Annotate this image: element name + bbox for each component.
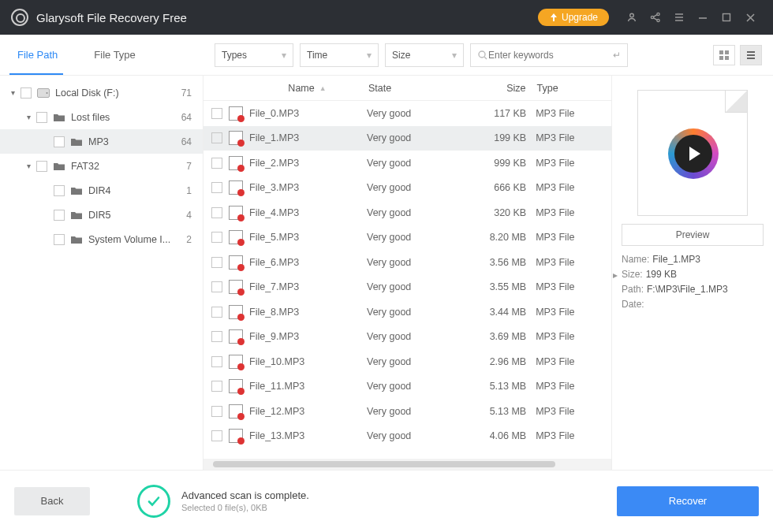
file-size: 4.06 MB [450, 430, 536, 441]
tab-file-type[interactable]: File Type [77, 35, 155, 75]
column-header-type[interactable]: Type [536, 83, 612, 94]
tree-checkbox[interactable] [36, 112, 47, 123]
file-checkbox[interactable] [211, 108, 222, 119]
file-row[interactable]: File_11.MP3Very good5.13 MBMP3 File [204, 374, 611, 400]
file-row[interactable]: File_10.MP3Very good2.96 MBMP3 File [204, 349, 611, 374]
file-row[interactable]: File_7.MP3Very good3.55 MBMP3 File [204, 275, 611, 300]
preview-size-label: Size: [622, 269, 643, 280]
preview-size-value: 199 KB [646, 269, 677, 280]
file-checkbox[interactable] [211, 182, 222, 193]
file-type: MP3 File [536, 331, 611, 342]
svg-point-11 [47, 92, 48, 94]
view-list-button[interactable] [740, 45, 762, 65]
file-checkbox[interactable] [211, 430, 222, 441]
close-icon[interactable] [738, 6, 762, 29]
file-type: MP3 File [536, 132, 611, 143]
file-checkbox[interactable] [211, 331, 222, 342]
horizontal-scrollbar[interactable] [204, 459, 611, 470]
file-checkbox[interactable] [211, 257, 222, 268]
column-header-name[interactable]: Name▲ [249, 83, 365, 94]
file-row[interactable]: File_0.MP3Very good117 KBMP3 File [204, 101, 611, 126]
tree-checkbox[interactable] [54, 136, 65, 147]
file-row[interactable]: File_12.MP3Very good5.13 MBMP3 File [204, 399, 611, 424]
file-checkbox[interactable] [211, 207, 222, 218]
file-checkbox[interactable] [211, 307, 222, 318]
file-name: File_8.MP3 [249, 307, 367, 318]
file-type: MP3 File [536, 232, 611, 243]
minimize-icon[interactable] [691, 6, 715, 29]
file-row[interactable]: File_1.MP3Very good199 KBMP3 File [204, 126, 611, 151]
file-row[interactable]: File_3.MP3Very good666 KBMP3 File [204, 176, 611, 201]
file-state: Very good [367, 132, 450, 143]
file-checkbox[interactable] [211, 381, 222, 392]
tree-item[interactable]: ▾Lost files64 [0, 105, 203, 129]
file-row[interactable]: File_9.MP3Very good3.69 MBMP3 File [204, 325, 611, 350]
tree-item[interactable]: MP364 [0, 129, 203, 154]
filter-time-dropdown[interactable]: Time▾ [300, 43, 379, 67]
tree-item[interactable]: DIR54 [0, 203, 203, 227]
preview-button[interactable]: Preview [622, 224, 764, 246]
file-type: MP3 File [536, 381, 611, 392]
account-icon[interactable] [620, 6, 644, 29]
file-name: File_6.MP3 [249, 257, 367, 268]
tree-item[interactable]: DIR41 [0, 178, 203, 203]
file-size: 5.13 MB [450, 406, 536, 417]
file-type: MP3 File [536, 257, 611, 268]
file-checkbox[interactable] [211, 281, 222, 292]
expand-icon[interactable]: ▾ [22, 113, 35, 121]
filter-types-dropdown[interactable]: Types▾ [215, 43, 293, 67]
tree-item[interactable]: System Volume I...2 [0, 227, 203, 251]
svg-rect-9 [725, 56, 729, 60]
column-header-size[interactable]: Size [451, 83, 536, 94]
file-name: File_7.MP3 [249, 281, 367, 292]
tree-checkbox[interactable] [21, 87, 32, 99]
filter-size-dropdown[interactable]: Size▾ [385, 43, 464, 67]
file-row[interactable]: File_4.MP3Very good320 KBMP3 File [204, 200, 611, 225]
status-title: Advanced scan is complete. [181, 489, 309, 501]
upgrade-button[interactable]: Upgrade [538, 9, 609, 26]
maximize-icon[interactable] [715, 6, 738, 29]
back-button[interactable]: Back [14, 487, 90, 515]
collapse-preview-icon[interactable]: ▸ [611, 266, 619, 284]
file-row[interactable]: File_2.MP3Very good999 KBMP3 File [204, 151, 611, 176]
file-state: Very good [367, 281, 450, 292]
svg-rect-7 [725, 50, 729, 54]
file-row[interactable]: File_13.MP3Very good4.06 MBMP3 File [204, 424, 611, 449]
file-checkbox[interactable] [211, 232, 222, 243]
file-type: MP3 File [536, 182, 611, 193]
enter-icon[interactable]: ↵ [613, 50, 621, 61]
file-checkbox[interactable] [211, 406, 222, 417]
file-row[interactable]: File_5.MP3Very good8.20 MBMP3 File [204, 225, 611, 251]
recover-button[interactable]: Recover [617, 486, 759, 516]
tree-item-count: 71 [181, 87, 192, 99]
preview-path-label: Path: [622, 284, 644, 295]
tab-file-path[interactable]: File Path [0, 35, 77, 75]
tree-item[interactable]: ▾FAT327 [0, 154, 203, 178]
file-checkbox[interactable] [211, 158, 222, 169]
file-checkbox[interactable] [211, 356, 222, 367]
preview-thumbnail [637, 90, 748, 216]
share-icon[interactable] [644, 6, 667, 29]
file-state: Very good [367, 406, 450, 417]
file-list[interactable]: File_0.MP3Very good117 KBMP3 FileFile_1.… [204, 101, 611, 459]
file-row[interactable]: File_6.MP3Very good3.56 MBMP3 File [204, 250, 611, 275]
file-row[interactable]: File_8.MP3Very good3.44 MBMP3 File [204, 299, 611, 325]
menu-icon[interactable] [667, 6, 691, 29]
tree-checkbox[interactable] [54, 185, 65, 196]
tree-checkbox[interactable] [36, 161, 47, 172]
view-grid-button[interactable] [713, 45, 735, 65]
search-input[interactable] [488, 50, 613, 61]
folder-icon [70, 186, 83, 195]
file-checkbox[interactable] [211, 132, 222, 143]
tree-item[interactable]: ▾Local Disk (F:)71 [0, 80, 203, 105]
file-state: Very good [367, 232, 450, 243]
tree-checkbox[interactable] [54, 210, 65, 221]
expand-icon[interactable]: ▾ [22, 162, 35, 170]
tree-item-count: 2 [186, 234, 192, 245]
column-header-state[interactable]: State [365, 83, 451, 94]
logo-icon [11, 9, 28, 26]
expand-icon[interactable]: ▾ [6, 88, 19, 97]
disk-icon [37, 88, 50, 98]
tree-checkbox[interactable] [54, 234, 65, 245]
file-type-icon [229, 106, 243, 121]
